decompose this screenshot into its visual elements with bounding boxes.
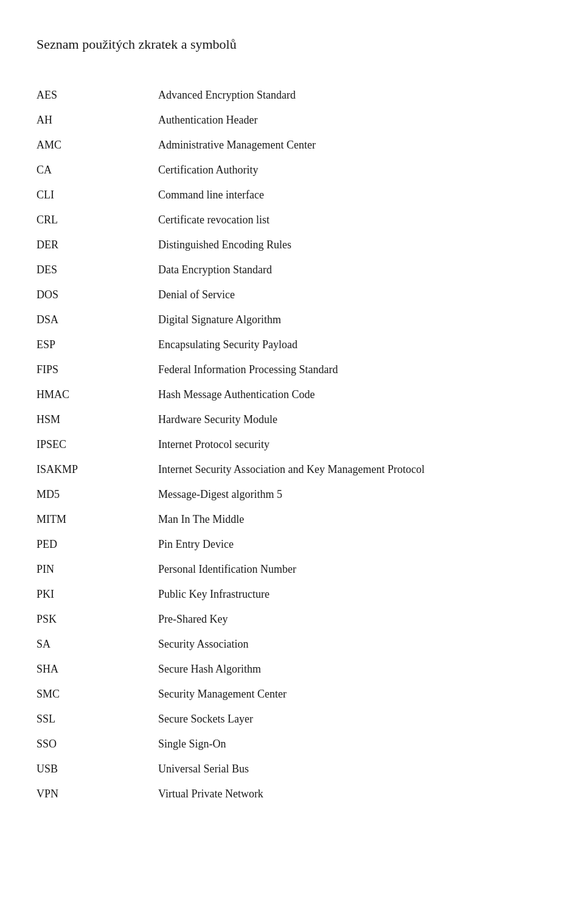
table-row: PEDPin Entry Device — [36, 532, 548, 557]
definition-cell: Public Key Infrastructure — [158, 582, 548, 607]
acronym-cell: DOS — [36, 282, 158, 307]
definition-cell: Universal Serial Bus — [158, 757, 548, 782]
table-row: HMACHash Message Authentication Code — [36, 382, 548, 407]
definition-cell: Single Sign-On — [158, 732, 548, 757]
acronym-cell: PSK — [36, 607, 158, 632]
table-row: FIPSFederal Information Processing Stand… — [36, 357, 548, 382]
acronym-cell: PIN — [36, 557, 158, 582]
table-row: IPSECInternet Protocol security — [36, 432, 548, 457]
acronym-cell: SMC — [36, 682, 158, 707]
table-row: PKIPublic Key Infrastructure — [36, 582, 548, 607]
acronym-cell: CA — [36, 158, 158, 183]
acronym-cell: USB — [36, 757, 158, 782]
table-row: AESAdvanced Encryption Standard — [36, 83, 548, 108]
acronym-cell: PKI — [36, 582, 158, 607]
definition-cell: Digital Signature Algorithm — [158, 307, 548, 332]
acronym-cell: SHA — [36, 657, 158, 682]
definition-cell: Internet Security Association and Key Ma… — [158, 457, 548, 482]
table-row: SASecurity Association — [36, 632, 548, 657]
acronym-cell: PED — [36, 532, 158, 557]
definition-cell: Hash Message Authentication Code — [158, 382, 548, 407]
definition-cell: Virtual Private Network — [158, 782, 548, 807]
table-row: ISAKMPInternet Security Association and … — [36, 457, 548, 482]
definition-cell: Security Association — [158, 632, 548, 657]
table-row: CRLCertificate revocation list — [36, 208, 548, 233]
definition-cell: Security Management Center — [158, 682, 548, 707]
table-row: SSOSingle Sign-On — [36, 732, 548, 757]
table-row: SMCSecurity Management Center — [36, 682, 548, 707]
table-row: AMCAdministrative Management Center — [36, 133, 548, 158]
definition-cell: Distinguished Encoding Rules — [158, 233, 548, 257]
acronym-cell: CLI — [36, 183, 158, 208]
definition-cell: Secure Hash Algorithm — [158, 657, 548, 682]
acronym-cell: CRL — [36, 208, 158, 233]
definition-cell: Authentication Header — [158, 108, 548, 133]
acronym-cell: FIPS — [36, 357, 158, 382]
definition-cell: Certification Authority — [158, 158, 548, 183]
acronym-cell: VPN — [36, 782, 158, 807]
definition-cell: Hardware Security Module — [158, 407, 548, 432]
acronym-cell: ISAKMP — [36, 457, 158, 482]
definition-cell: Pin Entry Device — [158, 532, 548, 557]
acronym-cell: DER — [36, 233, 158, 257]
table-row: SSLSecure Sockets Layer — [36, 707, 548, 732]
acronym-cell: IPSEC — [36, 432, 158, 457]
definition-cell: Command line interface — [158, 183, 548, 208]
definition-cell: Pre-Shared Key — [158, 607, 548, 632]
table-row: PINPersonal Identification Number — [36, 557, 548, 582]
table-row: ESPEncapsulating Security Payload — [36, 332, 548, 357]
definition-cell: Encapsulating Security Payload — [158, 332, 548, 357]
table-row: CLICommand line interface — [36, 183, 548, 208]
acronym-cell: SSO — [36, 732, 158, 757]
acronym-cell: ESP — [36, 332, 158, 357]
table-row: USBUniversal Serial Bus — [36, 757, 548, 782]
acronym-cell: HMAC — [36, 382, 158, 407]
table-row: PSKPre-Shared Key — [36, 607, 548, 632]
table-row: HSMHardware Security Module — [36, 407, 548, 432]
table-row: CACertification Authority — [36, 158, 548, 183]
acronym-cell: DSA — [36, 307, 158, 332]
acronym-cell: MD5 — [36, 482, 158, 507]
table-row: VPNVirtual Private Network — [36, 782, 548, 807]
table-row: DSADigital Signature Algorithm — [36, 307, 548, 332]
definition-cell: Message-Digest algorithm 5 — [158, 482, 548, 507]
table-row: DESData Encryption Standard — [36, 257, 548, 282]
table-row: DOSDenial of Service — [36, 282, 548, 307]
acronym-cell: HSM — [36, 407, 158, 432]
definition-cell: Denial of Service — [158, 282, 548, 307]
acronym-cell: DES — [36, 257, 158, 282]
table-row: DERDistinguished Encoding Rules — [36, 233, 548, 257]
acronym-cell: AH — [36, 108, 158, 133]
definition-cell: Internet Protocol security — [158, 432, 548, 457]
definition-cell: Personal Identification Number — [158, 557, 548, 582]
acronym-cell: AMC — [36, 133, 158, 158]
definition-cell: Administrative Management Center — [158, 133, 548, 158]
acronym-table: AESAdvanced Encryption StandardAHAuthent… — [36, 83, 548, 807]
definition-cell: Man In The Middle — [158, 507, 548, 532]
definition-cell: Certificate revocation list — [158, 208, 548, 233]
table-row: MD5Message-Digest algorithm 5 — [36, 482, 548, 507]
definition-cell: Federal Information Processing Standard — [158, 357, 548, 382]
acronym-cell: MITM — [36, 507, 158, 532]
acronym-cell: SA — [36, 632, 158, 657]
acronym-cell: AES — [36, 83, 158, 108]
page-title: Seznam použitých zkratek a symbolů — [36, 37, 548, 52]
table-row: MITMMan In The Middle — [36, 507, 548, 532]
definition-cell: Secure Sockets Layer — [158, 707, 548, 732]
definition-cell: Advanced Encryption Standard — [158, 83, 548, 108]
definition-cell: Data Encryption Standard — [158, 257, 548, 282]
acronym-cell: SSL — [36, 707, 158, 732]
table-row: AHAuthentication Header — [36, 108, 548, 133]
table-row: SHASecure Hash Algorithm — [36, 657, 548, 682]
